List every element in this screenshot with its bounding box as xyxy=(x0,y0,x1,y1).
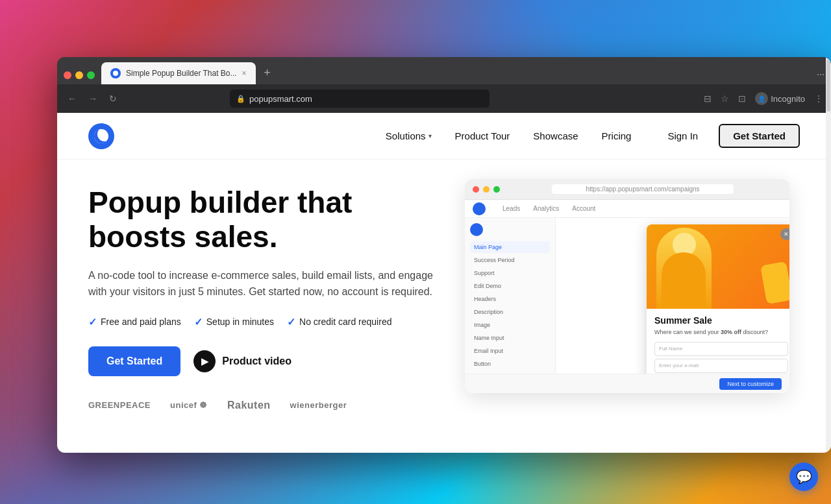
browser-maximize: ⋯ xyxy=(817,70,825,84)
unicef-text: unicef xyxy=(170,400,197,410)
popup-email-placeholder: Enter your e-mail xyxy=(659,363,699,368)
sidebar-support[interactable]: Support xyxy=(470,267,550,279)
new-tab-button[interactable]: + xyxy=(258,64,277,82)
check-label-3: No credit card required xyxy=(299,317,391,327)
logo-icon xyxy=(88,123,114,149)
check-label-1: Free and paid plans xyxy=(101,317,181,327)
app-main-content: ✕ Summer Sale xyxy=(556,218,789,374)
forward-button[interactable]: → xyxy=(86,91,100,106)
popup-form-area: Summer Sale Where can we send your 30% o… xyxy=(647,309,789,374)
app-sidebar-logo xyxy=(470,223,483,236)
nav-solutions-label: Solutions xyxy=(386,130,426,141)
app-topbar: https://app.popupsmart.com/campaigns xyxy=(465,179,789,200)
popup-preview: ✕ Summer Sale xyxy=(647,224,789,374)
check-label-2: Setup in minutes xyxy=(206,317,274,327)
app-maximize-dot xyxy=(493,186,500,193)
app-url-bar: https://app.popupsmart.com/campaigns xyxy=(552,184,734,194)
popup-subtitle: Where can we send your 30% off discount? xyxy=(654,328,788,337)
url-text: popupsmart.com xyxy=(249,94,312,104)
active-tab[interactable]: Simple Popup Builder That Bo... × xyxy=(101,62,256,84)
sidebar-image[interactable]: Image xyxy=(470,319,550,331)
sidebar-headers[interactable]: Headers xyxy=(470,293,550,305)
popup-subtitle-suffix: discount? xyxy=(741,329,768,335)
check-no-credit: ✓ No credit card required xyxy=(287,316,391,328)
app-logo-nav xyxy=(473,202,486,215)
checkmark-icon: ✓ xyxy=(88,316,97,328)
app-close-dot xyxy=(473,186,479,193)
incognito-avatar-icon: 👤 xyxy=(755,92,768,105)
back-button[interactable]: ← xyxy=(65,91,79,106)
hero-title: Popup builder that boosts sales. xyxy=(88,186,439,254)
scrollbar[interactable] xyxy=(826,113,831,453)
unicef-logo: unicef ☸ xyxy=(170,400,208,410)
checkmark-icon-3: ✓ xyxy=(287,316,295,328)
maximize-window-btn[interactable] xyxy=(87,71,95,79)
logo[interactable] xyxy=(88,123,114,149)
sidebar-name-input[interactable]: Name Input xyxy=(470,332,550,344)
hero-section: Popup builder that boosts sales. A no-co… xyxy=(57,160,831,424)
nav-solutions[interactable]: Solutions ▾ xyxy=(386,130,432,141)
navbar: Solutions ▾ Product Tour Showcase Pricin… xyxy=(57,113,831,160)
greenpeace-logo: GREENPEACE xyxy=(88,400,151,410)
sidebar-main-page[interactable]: Main Page xyxy=(470,241,550,253)
app-tab-account[interactable]: Account xyxy=(572,205,595,212)
rakuten-logo: Rakuten xyxy=(227,400,271,411)
incognito-label: Incognito xyxy=(771,94,805,104)
window-toggle-icon[interactable]: ⊡ xyxy=(738,93,746,104)
app-tab-leads[interactable]: Leads xyxy=(502,205,520,212)
sidebar-button[interactable]: Button xyxy=(470,358,550,370)
app-tab-analytics[interactable]: Analytics xyxy=(533,205,559,212)
nav-showcase[interactable]: Showcase xyxy=(533,130,578,141)
toolbar-icons: ⊟ ☆ ⊡ 👤 Incognito ⋮ xyxy=(704,92,823,105)
tab-favicon-icon xyxy=(110,68,121,78)
app-bottom-bar: Next to customize xyxy=(465,374,789,393)
nav-actions: Sign In Get Started xyxy=(657,124,800,148)
play-icon: ▶ xyxy=(193,350,216,372)
refresh-button[interactable]: ↻ xyxy=(106,91,119,106)
chat-widget-button[interactable]: 💬 xyxy=(789,462,818,491)
signin-button[interactable]: Sign In xyxy=(657,125,708,147)
popup-discount-text: 30% off xyxy=(721,329,741,335)
sidebar-success-period[interactable]: Success Period xyxy=(470,254,550,266)
hero-checklist: ✓ Free and paid plans ✓ Setup in minutes… xyxy=(88,316,439,328)
sidebar-edit-demo[interactable]: Edit Demo xyxy=(470,280,550,292)
product-video-button[interactable]: ▶ Product video xyxy=(193,350,291,372)
popup-title: Summer Sale xyxy=(654,315,788,326)
nav-product-tour[interactable]: Product Tour xyxy=(455,130,510,141)
popup-close-button[interactable]: ✕ xyxy=(780,228,789,240)
minimize-window-btn[interactable] xyxy=(75,71,83,79)
wienerberger-logo: wienerberger xyxy=(290,400,347,410)
brand-logos: GREENPEACE unicef ☸ Rakuten wienerberger xyxy=(88,400,439,411)
tab-title: Simple Popup Builder That Bo... xyxy=(126,69,237,78)
sidebar-email-input[interactable]: Email Input xyxy=(470,345,550,357)
sidebar-description[interactable]: Description xyxy=(470,306,550,318)
lock-icon: 🔒 xyxy=(236,95,245,103)
get-started-nav-button[interactable]: Get Started xyxy=(719,124,800,148)
popup-email-input[interactable]: Enter your e-mail xyxy=(654,359,788,373)
hero-ctas: Get Started ▶ Product video xyxy=(88,346,439,376)
get-started-hero-button[interactable]: Get Started xyxy=(88,346,180,376)
close-window-btn[interactable] xyxy=(64,71,71,79)
cast-icon: ⊟ xyxy=(704,93,712,104)
checkmark-icon-2: ✓ xyxy=(194,316,203,328)
check-setup: ✓ Setup in minutes xyxy=(194,316,274,328)
bookmark-icon[interactable]: ☆ xyxy=(721,93,729,104)
tab-bar: Simple Popup Builder That Bo... × + ⋯ xyxy=(57,57,831,84)
menu-icon[interactable]: ⋮ xyxy=(814,93,823,104)
nav-pricing[interactable]: Pricing xyxy=(602,130,632,141)
app-screenshot: https://app.popupsmart.com/campaigns Lea… xyxy=(465,179,789,393)
hero-left: Popup builder that boosts sales. A no-co… xyxy=(88,186,439,411)
popup-person-figure xyxy=(656,228,712,309)
popup-person-body xyxy=(662,252,706,309)
window-controls xyxy=(64,71,95,84)
incognito-button[interactable]: 👤 Incognito xyxy=(755,92,805,105)
tab-close-button[interactable]: × xyxy=(242,69,247,78)
app-body: Main Page Success Period Support Edit De… xyxy=(465,218,789,374)
popup-subtitle-prefix: Where can we send your xyxy=(654,329,721,335)
url-input[interactable]: 🔒 popupsmart.com xyxy=(230,90,490,108)
address-bar: ← → ↻ 🔒 popupsmart.com ⊟ ☆ ⊡ 👤 Incognito… xyxy=(57,84,831,113)
next-customize-button[interactable]: Next to customize xyxy=(719,378,782,390)
check-free-plans: ✓ Free and paid plans xyxy=(88,316,181,328)
popup-bag xyxy=(760,261,789,304)
popup-name-input[interactable]: Full Name xyxy=(654,342,788,356)
